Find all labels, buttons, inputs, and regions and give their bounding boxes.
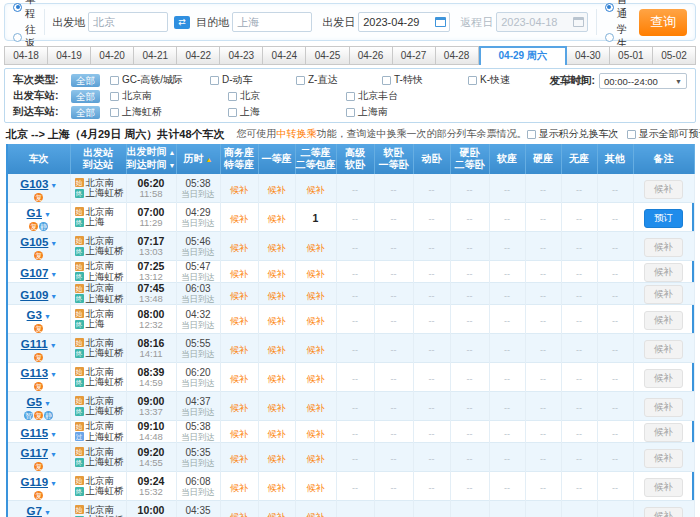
book-button[interactable]: 预订 (644, 209, 683, 228)
waitlist-link[interactable]: 候补 (230, 185, 248, 195)
expand-caret-icon[interactable]: ▼ (50, 293, 57, 300)
waitlist-link[interactable]: 候补 (268, 269, 286, 279)
train-link[interactable]: G5 (27, 396, 42, 408)
waitlist-button[interactable]: 候补 (644, 507, 683, 517)
waitlist-link[interactable]: 候补 (268, 291, 286, 301)
date-tab-04-21[interactable]: 04-21 (134, 46, 177, 65)
waitlist-button[interactable]: 候补 (644, 369, 683, 388)
filter-option[interactable]: 北京南 (110, 89, 228, 103)
waitlist-link[interactable]: 候补 (268, 483, 286, 493)
waitlist-link[interactable]: 候补 (230, 454, 248, 464)
date-tab-04-29[interactable]: 04-29 周六 (479, 46, 567, 65)
waitlist-link[interactable]: 候补 (307, 243, 325, 253)
column-header[interactable]: 硬卧二等卧 (450, 144, 489, 174)
date-tab-04-18[interactable]: 04-18 (4, 46, 48, 65)
waitlist-link[interactable]: 候补 (268, 512, 286, 517)
filter-option[interactable]: GC-高铁/城际 (110, 73, 210, 87)
waitlist-link[interactable]: 候补 (268, 345, 286, 355)
date-tab-04-26[interactable]: 04-26 (350, 46, 393, 65)
expand-caret-icon[interactable]: ▼ (50, 451, 57, 458)
all-filter-button[interactable]: 全部 (71, 74, 100, 87)
waitlist-button[interactable]: 候补 (644, 398, 683, 417)
expand-caret-icon[interactable]: ▼ (50, 342, 57, 349)
date-tab-04-25[interactable]: 04-25 (306, 46, 349, 65)
waitlist-link[interactable]: 候补 (307, 269, 325, 279)
column-header[interactable]: 备注 (633, 144, 694, 174)
filter-option[interactable]: Z-直达 (296, 73, 382, 87)
train-link[interactable]: G113 (21, 367, 49, 379)
waitlist-button[interactable]: 候补 (644, 238, 683, 257)
filter-option[interactable]: 上海 (228, 105, 346, 119)
waitlist-link[interactable]: 候补 (230, 429, 248, 439)
waitlist-link[interactable]: 候补 (230, 243, 248, 253)
waitlist-link[interactable]: 候补 (307, 483, 325, 493)
waitlist-link[interactable]: 候补 (307, 512, 325, 517)
waitlist-link[interactable]: 候补 (268, 454, 286, 464)
date-tab-05-02[interactable]: 05-02 (653, 46, 696, 65)
date-tab-04-28[interactable]: 04-28 (436, 46, 479, 65)
filter-option[interactable]: 上海南 (346, 105, 464, 119)
waitlist-link[interactable]: 候补 (230, 269, 248, 279)
filter-option[interactable]: K-快速 (468, 73, 554, 87)
column-header[interactable]: 二等座二等包座 (295, 144, 336, 174)
filter-option[interactable]: D-动车 (210, 73, 296, 87)
waitlist-link[interactable]: 候补 (230, 483, 248, 493)
to-input[interactable] (232, 12, 312, 32)
waitlist-link[interactable]: 候补 (230, 374, 248, 384)
query-button[interactable]: 查询 (639, 9, 687, 36)
waitlist-link[interactable]: 候补 (307, 316, 325, 326)
date-tab-04-22[interactable]: 04-22 (177, 46, 220, 65)
column-header[interactable]: 硬座 (525, 144, 561, 174)
transfer-link[interactable]: 中转换乘 (277, 128, 317, 139)
expand-caret-icon[interactable]: ▼ (50, 271, 57, 278)
waitlist-button[interactable]: 候补 (644, 478, 683, 497)
waitlist-link[interactable]: 候补 (307, 345, 325, 355)
expand-caret-icon[interactable]: ▼ (44, 509, 51, 516)
calendar-icon[interactable] (435, 17, 446, 27)
filter-option[interactable]: 上海虹桥 (110, 105, 228, 119)
train-link[interactable]: G107 (20, 267, 48, 279)
column-header[interactable]: 出发站到达站 (70, 144, 126, 174)
show-points-trains-checkbox[interactable]: 显示积分兑换车次 (527, 127, 619, 141)
waitlist-link[interactable]: 候补 (268, 429, 286, 439)
passenger-normal-radio[interactable]: 普通 (605, 0, 628, 21)
waitlist-link[interactable]: 候补 (268, 185, 286, 195)
all-filter-button[interactable]: 全部 (71, 90, 100, 103)
date-tab-04-27[interactable]: 04-27 (393, 46, 436, 65)
column-header[interactable]: 出发时间 ▲到达时间 ▼ (126, 144, 176, 174)
from-input[interactable] (88, 12, 168, 32)
column-header[interactable]: 车次 (8, 144, 70, 174)
sort-arrow-icon[interactable]: ▼ (167, 162, 176, 169)
sort-arrow-icon[interactable]: ▲ (167, 149, 176, 156)
train-link[interactable]: G105 (20, 236, 48, 248)
filter-option[interactable]: T-特快 (382, 73, 468, 87)
column-header[interactable]: 一等座 (258, 144, 295, 174)
train-link[interactable]: G111 (21, 338, 48, 350)
expand-caret-icon[interactable]: ▼ (50, 371, 57, 378)
column-header[interactable]: 其他 (597, 144, 633, 174)
expand-caret-icon[interactable]: ▼ (44, 400, 51, 407)
filter-option[interactable]: 北京丰台 (346, 89, 464, 103)
date-tab-04-19[interactable]: 04-19 (48, 46, 91, 65)
waitlist-link[interactable]: 候补 (230, 214, 248, 224)
expand-caret-icon[interactable]: ▼ (44, 211, 51, 218)
column-header[interactable]: 商务座特等座 (220, 144, 258, 174)
show-bookable-trains-checkbox[interactable]: 显示全部可预订车次 (627, 127, 700, 141)
expand-caret-icon[interactable]: ▼ (50, 431, 57, 438)
filter-option[interactable]: 北京 (228, 89, 346, 103)
waitlist-link[interactable]: 候补 (230, 291, 248, 301)
waitlist-link[interactable]: 候补 (230, 345, 248, 355)
date-tab-04-30[interactable]: 04-30 (567, 46, 610, 65)
date-tab-04-23[interactable]: 04-23 (220, 46, 263, 65)
train-link[interactable]: G119 (21, 476, 49, 488)
waitlist-link[interactable]: 候补 (307, 185, 325, 195)
waitlist-link[interactable]: 候补 (268, 316, 286, 326)
train-link[interactable]: G115 (21, 427, 49, 439)
column-header[interactable]: 历时 ▲ (176, 144, 220, 174)
waitlist-link[interactable]: 候补 (230, 512, 248, 517)
column-header[interactable]: 无座 (561, 144, 597, 174)
waitlist-link[interactable]: 候补 (268, 243, 286, 253)
trip-one-way-radio[interactable]: 单程 (13, 0, 36, 21)
waitlist-link[interactable]: 候补 (268, 374, 286, 384)
waitlist-button[interactable]: 候补 (644, 180, 683, 199)
